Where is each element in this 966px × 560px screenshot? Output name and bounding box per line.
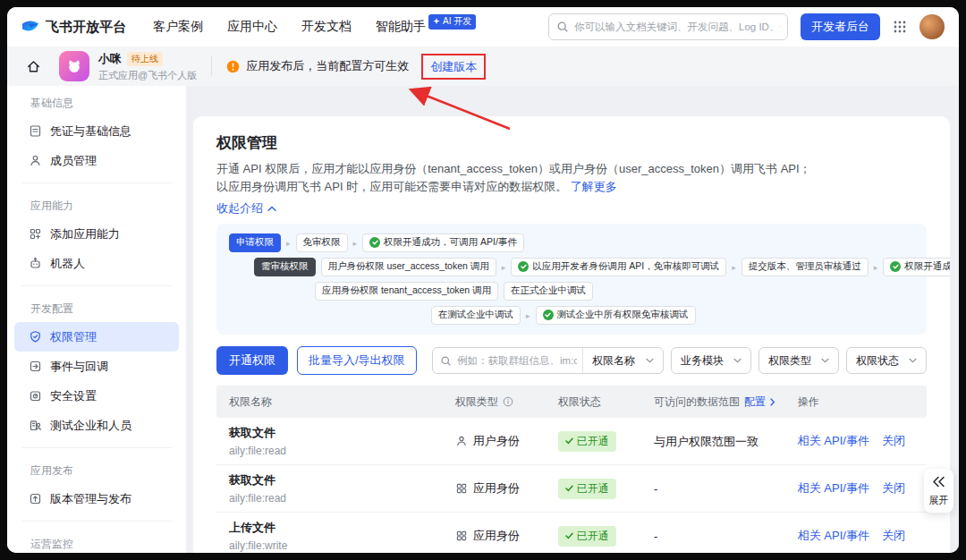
publish-warning: 应用发布后，当前配置方可生效 [226, 58, 409, 74]
developer-console-button[interactable]: 开发者后台 [801, 13, 880, 40]
filter-permission-name[interactable]: 权限名称 [582, 348, 663, 373]
top-navigation: 飞书开放平台 客户案例 应用中心 开发文档 智能助手 AI 开发 开发者后台 [7, 7, 959, 47]
flow-no-review-badge: 免审权限 [296, 233, 348, 252]
create-version-link[interactable]: 创建版本 [430, 60, 477, 73]
status-badge: 已开通 [558, 431, 616, 452]
brand-label: 飞书开放平台 [46, 19, 126, 36]
batch-import-export-button[interactable]: 批量导入/导出权限 [297, 346, 417, 375]
table-toolbar: 开通权限 批量导入/导出权限 权限名称 [216, 346, 927, 375]
flow-dev-debug-label: 以应用开发者身份调用 API，免审核即可调试 [532, 260, 719, 273]
add-capability-icon [29, 227, 42, 241]
filter-permission-type[interactable]: 权限类型 [758, 347, 839, 374]
app-avatar[interactable] [59, 51, 89, 81]
home-button[interactable] [20, 53, 47, 80]
topnav-right-group: 开发者后台 [548, 13, 945, 40]
flow-success-label: 权限开通成功，可调用 API/事件 [384, 236, 517, 249]
nav-item-customer-cases[interactable]: 客户案例 [153, 19, 203, 35]
event-callback-icon [29, 360, 42, 373]
search-icon [556, 21, 569, 33]
user-identity-icon [455, 435, 468, 447]
status-badge: 待上线 [127, 52, 163, 66]
flow-success-badge: 权限开通成功，可调用 API/事件 [362, 233, 524, 252]
filter-label: 权限状态 [856, 353, 899, 369]
global-search-input[interactable] [574, 21, 780, 32]
user-avatar[interactable] [919, 14, 945, 39]
flow-submit-badge: 提交版本、管理员审核通过 [741, 258, 869, 276]
open-permission-button[interactable]: 开通权限 [216, 346, 288, 375]
expand-panel-button[interactable]: 展开 [924, 469, 953, 513]
close-permission-link[interactable]: 关闭 [882, 480, 905, 496]
warning-text: 应用发布后，当前配置方可生效 [246, 58, 409, 74]
sidebar-item-label: 成员管理 [50, 153, 97, 169]
related-api-link[interactable]: 相关 API/事件 [798, 433, 869, 449]
sidebar-item-events[interactable]: 事件与回调 [14, 352, 179, 381]
permission-table: 权限名称 权限类型 权限状态 可访问的数据范围 配置 操作 [216, 386, 927, 553]
flow-arrow-icon: ▸ [353, 239, 358, 248]
app-identity-icon [455, 530, 468, 542]
data-scope: - [654, 482, 657, 496]
collapse-intro-link[interactable]: 收起介绍 [216, 200, 276, 216]
filter-permission-status[interactable]: 权限状态 [846, 347, 927, 374]
permission-search[interactable]: 权限名称 [432, 347, 664, 374]
brand[interactable]: 飞书开放平台 [21, 19, 126, 36]
version-release-icon [29, 492, 42, 505]
check-icon [565, 437, 573, 445]
flow-dev-debug-badge: 以应用开发者身份调用 API，免审核即可调试 [511, 258, 726, 276]
related-api-link[interactable]: 相关 API/事件 [798, 480, 869, 496]
flow-arrow-icon: ▸ [286, 239, 291, 248]
nav-item-ai-assistant[interactable]: 智能助手 AI 开发 [376, 19, 476, 35]
sidebar-item-security[interactable]: 安全设置 [14, 381, 179, 411]
check-icon [518, 261, 529, 272]
permission-search-input[interactable] [452, 355, 582, 366]
sidebar: 基础信息 凭证与基础信息 成员管理 应用能力 添加应用能力 机器人 开发配置 [7, 86, 186, 553]
sidebar-section-dev-config: 开发配置 [7, 293, 186, 322]
apps-grid-icon[interactable] [893, 20, 907, 34]
status-label: 已开通 [577, 529, 609, 544]
nav-item-app-center[interactable]: 应用中心 [227, 19, 277, 35]
divider [21, 447, 172, 448]
info-icon[interactable] [503, 396, 513, 407]
sidebar-item-version-release[interactable]: 版本管理与发布 [14, 484, 179, 513]
check-icon [565, 532, 573, 539]
sidebar-item-add-capability[interactable]: 添加应用能力 [14, 219, 179, 249]
table-header: 权限名称 权限类型 权限状态 可访问的数据范围 配置 操作 [216, 386, 927, 418]
annotation-highlight-box: 创建版本 [421, 54, 486, 80]
sidebar-item-credentials[interactable]: 凭证与基础信息 [14, 116, 179, 146]
nav-item-dev-docs[interactable]: 开发文档 [301, 19, 352, 35]
flow-test-success-label: 测试企业中所有权限免审核调试 [557, 309, 689, 321]
flow-arrow-icon: ▸ [732, 263, 736, 272]
global-search[interactable] [548, 13, 788, 40]
collapse-intro-label: 收起介绍 [216, 200, 263, 216]
flow-test-success-badge: 测试企业中所有权限免审核调试 [536, 306, 696, 325]
related-api-link[interactable]: 相关 API/事件 [798, 528, 869, 544]
flow-need-review-badge: 需审核权限 [254, 258, 316, 276]
flow-success2-label: 权限开通成功，可调用 API/事件 [904, 260, 950, 273]
status-badge: 已开通 [558, 479, 616, 499]
scope-config-link[interactable]: 配置 [744, 395, 766, 410]
sidebar-item-members[interactable]: 成员管理 [14, 146, 179, 175]
security-icon [29, 389, 42, 403]
status-label: 已开通 [577, 434, 609, 449]
app-context-bar: 小咪 待上线 正式应用@飞书个人版 应用发布后，当前配置方可生效 创建版本 [7, 47, 959, 86]
permission-type: 应用身份 [473, 528, 520, 544]
sidebar-item-permissions[interactable]: 权限管理 [14, 322, 179, 352]
flow-tenant-token-badge: 应用身份权限 tenant_access_token 调用 [315, 282, 498, 301]
close-permission-link[interactable]: 关闭 [882, 433, 905, 449]
table-row: 获取文件 aily:file:read 用户身份 已开通 与用户权限范围一致 [216, 418, 927, 465]
chevron-up-icon [267, 206, 276, 212]
ai-dev-badge: AI 开发 [428, 14, 476, 30]
permission-type: 应用身份 [473, 480, 520, 496]
description-text: 开通 API 权限后，应用才能以应用身份（tenant_access_token… [216, 162, 811, 193]
sidebar-section-release: 应用发布 [7, 455, 186, 484]
flow-test-debug-badge: 在测试企业中调试 [431, 306, 521, 325]
sidebar-item-test-org[interactable]: 测试企业和人员 [14, 411, 179, 440]
learn-more-link[interactable]: 了解更多 [571, 180, 617, 193]
page-title: 权限管理 [216, 132, 927, 153]
filter-business-module[interactable]: 业务模块 [671, 347, 751, 374]
check-icon [543, 310, 554, 320]
feishu-logo-icon [21, 19, 39, 35]
sidebar-item-bot[interactable]: 机器人 [14, 249, 179, 278]
close-permission-link[interactable]: 关闭 [882, 528, 905, 544]
nav-label: 应用中心 [227, 19, 277, 35]
filter-label: 业务模块 [681, 353, 724, 369]
